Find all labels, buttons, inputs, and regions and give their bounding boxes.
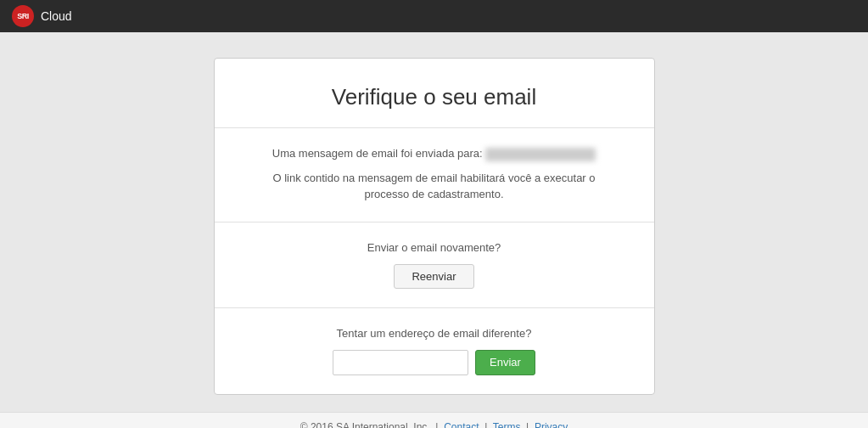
terms-link[interactable]: Terms <box>493 421 521 428</box>
footer-top: © 2016 SA International, Inc. | Contact … <box>17 421 851 428</box>
logo-initials: SRI <box>17 12 29 20</box>
new-email-input[interactable] <box>333 350 468 375</box>
try-label: Tentar um endereço de email diferente? <box>266 327 603 340</box>
email-address <box>485 148 596 161</box>
header: SRI Cloud <box>0 0 868 32</box>
email-sent-text: Uma mensagem de email foi enviada para: <box>266 147 603 161</box>
resend-label: Enviar o email novamente? <box>266 241 603 254</box>
copyright: © 2016 SA International, Inc. <box>300 421 430 428</box>
verify-card: Verifique o seu email Uma mensagem de em… <box>214 58 655 395</box>
main-content: Verifique o seu email Uma mensagem de em… <box>0 32 868 412</box>
try-input-row: Enviar <box>266 350 603 375</box>
send-button[interactable]: Enviar <box>475 350 535 375</box>
brand-name: Cloud <box>41 9 72 23</box>
resend-section: Enviar o email novamente? Reenviar <box>215 222 654 307</box>
resend-button[interactable]: Reenviar <box>394 264 473 289</box>
contact-link[interactable]: Contact <box>444 421 479 428</box>
card-title: Verifique o seu email <box>215 59 654 127</box>
logo-icon: SRI <box>12 5 34 27</box>
email-sent-section: Uma mensagem de email foi enviada para: … <box>215 128 654 222</box>
try-different-section: Tentar um endereço de email diferente? E… <box>215 308 654 394</box>
footer: © 2016 SA International, Inc. | Contact … <box>0 412 868 428</box>
privacy-link[interactable]: Privacy <box>535 421 568 428</box>
email-description: O link contido na mensagem de email habi… <box>266 170 603 203</box>
